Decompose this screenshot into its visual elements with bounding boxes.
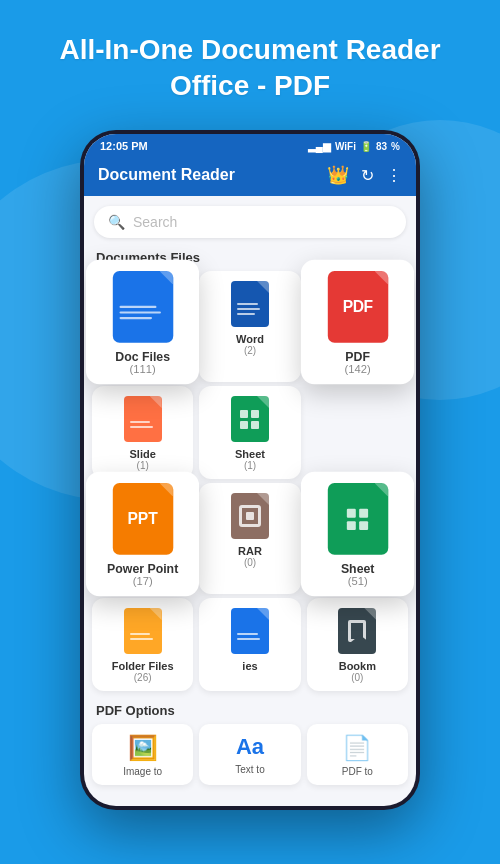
slide-count: (1) [137, 460, 149, 471]
slide-label: Slide [130, 448, 156, 460]
rar-shape [231, 493, 269, 539]
pdf-options-title: PDF Options [84, 695, 416, 724]
doc-shape-blue [112, 271, 172, 343]
phone-mockup: 12:05 PM ▂▄▆ WiFi 🔋 83 % Document Reader… [80, 130, 420, 830]
sheet-sm-label: Sheet [235, 448, 265, 460]
pdf-card[interactable]: PDF PDF (142) [301, 260, 415, 384]
grid-lg-icon [342, 504, 372, 534]
powerpoint-label: Power Point [107, 561, 178, 574]
doc-files-icon [112, 271, 172, 343]
powerpoint-card[interactable]: PPT Power Point (17) [86, 472, 199, 596]
docs-grid-row3: PPT Power Point (17) [84, 483, 416, 594]
text-to-label: Text to [235, 764, 264, 775]
pdf-options-grid: 🖼️ Image to Aa Text to 📄 PDF to [84, 724, 416, 793]
phone-screen: 12:05 PM ▂▄▆ WiFi 🔋 83 % Document Reader… [84, 134, 416, 806]
sheet-sm-icon [231, 396, 269, 442]
word-shape [231, 281, 269, 327]
folder-count: (26) [134, 672, 152, 683]
status-bar: 12:05 PM ▂▄▆ WiFi 🔋 83 % [84, 134, 416, 156]
pdf-text: PDF [342, 298, 372, 316]
ppt-text: PPT [127, 510, 158, 528]
slide-shape [124, 396, 162, 442]
ppt-shape: PPT [112, 483, 172, 555]
image-to-card[interactable]: 🖼️ Image to [92, 724, 193, 785]
sheet-lg-label: Sheet [341, 561, 375, 574]
doc-lines [112, 297, 172, 324]
pdf-shape: PDF [327, 271, 387, 343]
hero-header: All-In-One Document Reader Office - PDF [0, 0, 500, 125]
status-icons: ▂▄▆ WiFi 🔋 83 % [308, 141, 400, 152]
docs-grid-row4: Folder Files (26) [84, 598, 416, 691]
sheet-lg-icon [327, 483, 387, 555]
word-icon [231, 281, 269, 327]
powerpoint-count: (17) [133, 575, 153, 587]
premium-icon[interactable]: 👑 [327, 164, 349, 186]
image-to-label: Image to [123, 766, 162, 777]
docs-grid-row1: Doc Files (111) [84, 271, 416, 382]
folder-shape [124, 608, 162, 654]
word-lines [231, 295, 269, 319]
sheet-sm-shape [231, 396, 269, 442]
sheet-lg-card[interactable]: Sheet (51) [301, 472, 415, 596]
wifi-icon: WiFi [335, 141, 356, 152]
pdf-to-icon: 📄 [342, 734, 372, 762]
word-card[interactable]: Word (2) [199, 271, 300, 382]
sheet-sm-count: (1) [244, 460, 256, 471]
app-bar: Document Reader 👑 ↻ ⋮ [84, 156, 416, 196]
phone-frame: 12:05 PM ▂▄▆ WiFi 🔋 83 % Document Reader… [80, 130, 420, 810]
slide-card[interactable]: Slide (1) [92, 386, 193, 479]
grid-icon [236, 406, 263, 433]
text-to-icon: Aa [236, 734, 264, 760]
pdf-to-label: PDF to [342, 766, 373, 777]
pdf-icon: PDF [327, 271, 387, 343]
files-label: ies [242, 660, 257, 672]
slide-icon [124, 396, 162, 442]
scroll-content: Documents Files [84, 242, 416, 806]
app-title: Document Reader [98, 166, 235, 184]
folder-card[interactable]: Folder Files (26) [92, 598, 193, 691]
search-icon: 🔍 [108, 214, 125, 230]
bookmark-label: Bookm [339, 660, 376, 672]
pdf-to-card[interactable]: 📄 PDF to [307, 724, 408, 785]
text-to-card[interactable]: Aa Text to [199, 724, 300, 785]
slide-lines [124, 413, 162, 432]
rar-count: (0) [244, 557, 256, 568]
more-options-icon[interactable]: ⋮ [386, 166, 402, 185]
sheet-sm-card[interactable]: Sheet (1) [199, 386, 300, 479]
word-count: (2) [244, 345, 256, 356]
status-time: 12:05 PM [100, 140, 148, 152]
signal-icon: ▂▄▆ [308, 141, 331, 152]
files-shape [231, 608, 269, 654]
rar-card[interactable]: RAR (0) [199, 483, 300, 594]
battery-percent: 83 [376, 141, 387, 152]
search-placeholder: Search [133, 214, 177, 230]
doc-files-count: (111) [130, 363, 156, 375]
bookmark-card[interactable]: Bookm (0) [307, 598, 408, 691]
pdf-count: (142) [344, 363, 370, 375]
docs-grid-row2: Slide (1) [84, 386, 416, 479]
word-label: Word [236, 333, 264, 345]
sheet-lg-shape [327, 483, 387, 555]
refresh-icon[interactable]: ↻ [361, 166, 374, 185]
pdf-options-section: PDF Options 🖼️ Image to Aa Text to 📄 [84, 695, 416, 793]
rar-pattern [239, 505, 261, 527]
hero-title: All-In-One Document Reader Office - PDF [20, 32, 480, 105]
bookmark-shape-el [338, 608, 376, 654]
search-bar[interactable]: 🔍 Search [94, 206, 406, 238]
doc-files-label: Doc Files [115, 349, 170, 362]
files-icon [231, 608, 269, 654]
doc-files-card[interactable]: Doc Files (111) [86, 260, 199, 384]
sheet-lg-count: (51) [347, 575, 367, 587]
pdf-label: PDF [345, 349, 370, 362]
bookmark-icon [338, 608, 376, 654]
bookmark-inner [348, 620, 366, 642]
ppt-icon: PPT [112, 483, 172, 555]
folder-label: Folder Files [112, 660, 174, 672]
empty-cell-1 [307, 386, 408, 479]
folder-icon [124, 608, 162, 654]
image-to-icon: 🖼️ [128, 734, 158, 762]
app-bar-actions: 👑 ↻ ⋮ [327, 164, 402, 186]
rar-label: RAR [238, 545, 262, 557]
rar-icon [231, 493, 269, 539]
files-card[interactable]: ies [199, 598, 300, 691]
